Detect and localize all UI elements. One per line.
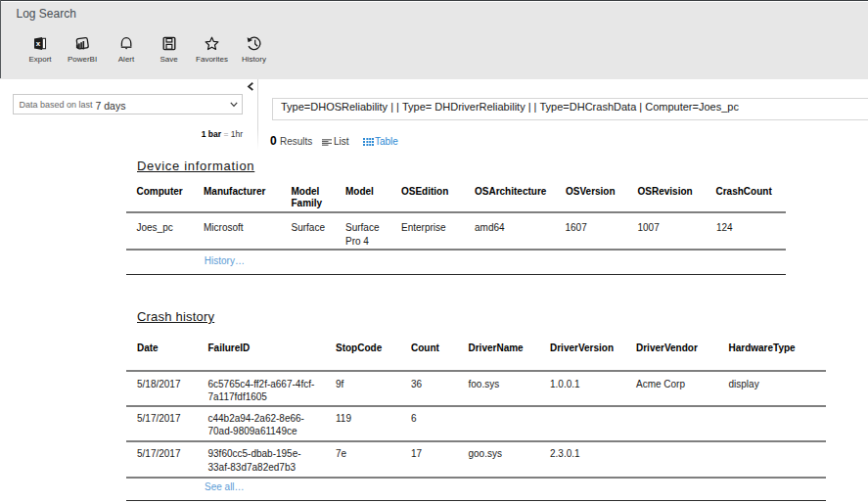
svg-text:x: x (35, 39, 40, 48)
